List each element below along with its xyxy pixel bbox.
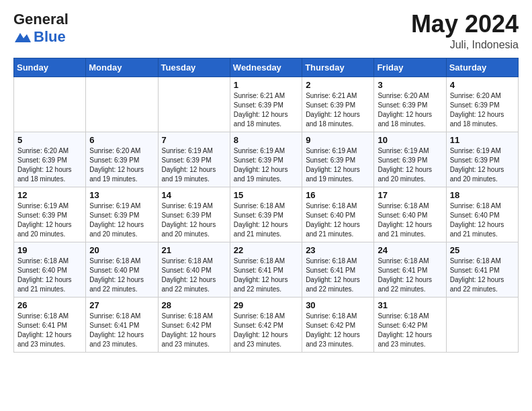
svg-marker-0 [15, 33, 31, 42]
calendar-cell: 1Sunrise: 6:21 AM Sunset: 6:39 PM Daylig… [230, 77, 302, 132]
main-title: May 2024 [411, 11, 519, 38]
day-info: Sunrise: 6:20 AM Sunset: 6:39 PM Dayligh… [89, 146, 154, 184]
calendar-cell: 29Sunrise: 6:18 AM Sunset: 6:42 PM Dayli… [230, 297, 302, 352]
day-info: Sunrise: 6:18 AM Sunset: 6:41 PM Dayligh… [450, 257, 515, 294]
day-number: 27 [89, 300, 154, 310]
calendar-cell: 31Sunrise: 6:18 AM Sunset: 6:42 PM Dayli… [374, 297, 446, 352]
weekday-header-thursday: Thursday [302, 58, 374, 77]
calendar-cell: 10Sunrise: 6:19 AM Sunset: 6:39 PM Dayli… [374, 132, 446, 187]
day-number: 13 [89, 190, 154, 200]
day-number: 18 [450, 190, 515, 200]
logo-name-row: General [13, 11, 69, 28]
day-info: Sunrise: 6:18 AM Sunset: 6:41 PM Dayligh… [17, 312, 82, 349]
day-info: Sunrise: 6:18 AM Sunset: 6:40 PM Dayligh… [306, 201, 370, 239]
weekday-header-saturday: Saturday [446, 58, 518, 77]
day-number: 25 [450, 245, 515, 255]
day-number: 22 [234, 245, 298, 255]
logo: General Blue [13, 11, 69, 46]
calendar-week-row: 19Sunrise: 6:18 AM Sunset: 6:40 PM Dayli… [14, 242, 519, 297]
day-number: 24 [378, 245, 442, 255]
calendar-cell: 5Sunrise: 6:20 AM Sunset: 6:39 PM Daylig… [14, 132, 86, 187]
weekday-header-wednesday: Wednesday [230, 58, 302, 77]
day-number: 5 [17, 135, 82, 145]
day-info: Sunrise: 6:19 AM Sunset: 6:39 PM Dayligh… [17, 201, 82, 239]
day-info: Sunrise: 6:18 AM Sunset: 6:40 PM Dayligh… [450, 201, 515, 239]
calendar-cell [86, 77, 158, 132]
weekday-header-tuesday: Tuesday [158, 58, 230, 77]
day-info: Sunrise: 6:19 AM Sunset: 6:39 PM Dayligh… [234, 146, 298, 184]
page: General Blue May 2024 Juli, Indonesia Su… [0, 0, 532, 411]
calendar-cell: 18Sunrise: 6:18 AM Sunset: 6:40 PM Dayli… [446, 187, 518, 242]
day-info: Sunrise: 6:18 AM Sunset: 6:41 PM Dayligh… [306, 257, 370, 294]
day-info: Sunrise: 6:18 AM Sunset: 6:40 PM Dayligh… [378, 201, 442, 239]
calendar-week-row: 1Sunrise: 6:21 AM Sunset: 6:39 PM Daylig… [14, 77, 519, 132]
day-info: Sunrise: 6:20 AM Sunset: 6:39 PM Dayligh… [450, 91, 515, 129]
day-number: 15 [234, 190, 298, 200]
calendar-cell: 25Sunrise: 6:18 AM Sunset: 6:41 PM Dayli… [446, 242, 518, 297]
logo-blue-label: Blue [34, 28, 66, 46]
day-number: 20 [89, 245, 154, 255]
calendar-cell: 19Sunrise: 6:18 AM Sunset: 6:40 PM Dayli… [14, 242, 86, 297]
header: General Blue May 2024 Juli, Indonesia [13, 11, 519, 51]
day-number: 16 [306, 190, 370, 200]
day-info: Sunrise: 6:18 AM Sunset: 6:41 PM Dayligh… [234, 257, 298, 294]
calendar-cell: 3Sunrise: 6:20 AM Sunset: 6:39 PM Daylig… [374, 77, 446, 132]
day-info: Sunrise: 6:19 AM Sunset: 6:39 PM Dayligh… [450, 146, 515, 184]
day-number: 19 [17, 245, 82, 255]
day-number: 4 [450, 80, 515, 90]
day-number: 14 [162, 190, 226, 200]
weekday-header-row: SundayMondayTuesdayWednesdayThursdayFrid… [14, 58, 519, 77]
calendar-cell: 6Sunrise: 6:20 AM Sunset: 6:39 PM Daylig… [86, 132, 158, 187]
day-number: 1 [234, 80, 298, 90]
day-info: Sunrise: 6:18 AM Sunset: 6:39 PM Dayligh… [234, 201, 298, 239]
day-number: 26 [17, 300, 82, 310]
calendar-cell: 13Sunrise: 6:19 AM Sunset: 6:39 PM Dayli… [86, 187, 158, 242]
title-block: May 2024 Juli, Indonesia [411, 11, 519, 51]
calendar-cell: 16Sunrise: 6:18 AM Sunset: 6:40 PM Dayli… [302, 187, 374, 242]
calendar-cell: 30Sunrise: 6:18 AM Sunset: 6:42 PM Dayli… [302, 297, 374, 352]
logo-general: General [13, 11, 69, 28]
calendar-cell: 9Sunrise: 6:19 AM Sunset: 6:39 PM Daylig… [302, 132, 374, 187]
weekday-header-friday: Friday [374, 58, 446, 77]
day-number: 23 [306, 245, 370, 255]
calendar-cell: 26Sunrise: 6:18 AM Sunset: 6:41 PM Dayli… [14, 297, 86, 352]
day-info: Sunrise: 6:19 AM Sunset: 6:39 PM Dayligh… [162, 201, 226, 239]
logo-arrow-icon [13, 30, 32, 44]
day-info: Sunrise: 6:18 AM Sunset: 6:41 PM Dayligh… [378, 257, 442, 294]
calendar-cell: 4Sunrise: 6:20 AM Sunset: 6:39 PM Daylig… [446, 77, 518, 132]
calendar-cell: 28Sunrise: 6:18 AM Sunset: 6:42 PM Dayli… [158, 297, 230, 352]
day-number: 28 [162, 300, 226, 310]
calendar-week-row: 5Sunrise: 6:20 AM Sunset: 6:39 PM Daylig… [14, 132, 519, 187]
day-number: 12 [17, 190, 82, 200]
day-number: 8 [234, 135, 298, 145]
day-info: Sunrise: 6:19 AM Sunset: 6:39 PM Dayligh… [162, 146, 226, 184]
day-info: Sunrise: 6:18 AM Sunset: 6:40 PM Dayligh… [162, 257, 226, 294]
calendar-cell: 20Sunrise: 6:18 AM Sunset: 6:40 PM Dayli… [86, 242, 158, 297]
day-info: Sunrise: 6:20 AM Sunset: 6:39 PM Dayligh… [17, 146, 82, 184]
day-info: Sunrise: 6:18 AM Sunset: 6:41 PM Dayligh… [89, 312, 154, 349]
calendar-cell: 12Sunrise: 6:19 AM Sunset: 6:39 PM Dayli… [14, 187, 86, 242]
day-number: 2 [306, 80, 370, 90]
calendar-cell: 21Sunrise: 6:18 AM Sunset: 6:40 PM Dayli… [158, 242, 230, 297]
day-info: Sunrise: 6:18 AM Sunset: 6:42 PM Dayligh… [234, 312, 298, 349]
calendar-cell: 24Sunrise: 6:18 AM Sunset: 6:41 PM Dayli… [374, 242, 446, 297]
calendar-cell [446, 297, 518, 352]
calendar-cell: 23Sunrise: 6:18 AM Sunset: 6:41 PM Dayli… [302, 242, 374, 297]
weekday-header-sunday: Sunday [14, 58, 86, 77]
day-info: Sunrise: 6:18 AM Sunset: 6:42 PM Dayligh… [162, 312, 226, 349]
calendar-table: SundayMondayTuesdayWednesdayThursdayFrid… [13, 58, 519, 353]
day-number: 3 [378, 80, 442, 90]
day-info: Sunrise: 6:18 AM Sunset: 6:40 PM Dayligh… [17, 257, 82, 294]
calendar-week-row: 12Sunrise: 6:19 AM Sunset: 6:39 PM Dayli… [14, 187, 519, 242]
day-info: Sunrise: 6:18 AM Sunset: 6:42 PM Dayligh… [378, 312, 442, 349]
day-info: Sunrise: 6:19 AM Sunset: 6:39 PM Dayligh… [306, 146, 370, 184]
calendar-cell: 11Sunrise: 6:19 AM Sunset: 6:39 PM Dayli… [446, 132, 518, 187]
day-number: 31 [378, 300, 442, 310]
day-info: Sunrise: 6:19 AM Sunset: 6:39 PM Dayligh… [89, 201, 154, 239]
day-info: Sunrise: 6:18 AM Sunset: 6:42 PM Dayligh… [306, 312, 370, 349]
day-info: Sunrise: 6:21 AM Sunset: 6:39 PM Dayligh… [306, 91, 370, 129]
calendar-cell: 8Sunrise: 6:19 AM Sunset: 6:39 PM Daylig… [230, 132, 302, 187]
calendar-week-row: 26Sunrise: 6:18 AM Sunset: 6:41 PM Dayli… [14, 297, 519, 352]
calendar-cell [14, 77, 86, 132]
day-info: Sunrise: 6:20 AM Sunset: 6:39 PM Dayligh… [378, 91, 442, 129]
